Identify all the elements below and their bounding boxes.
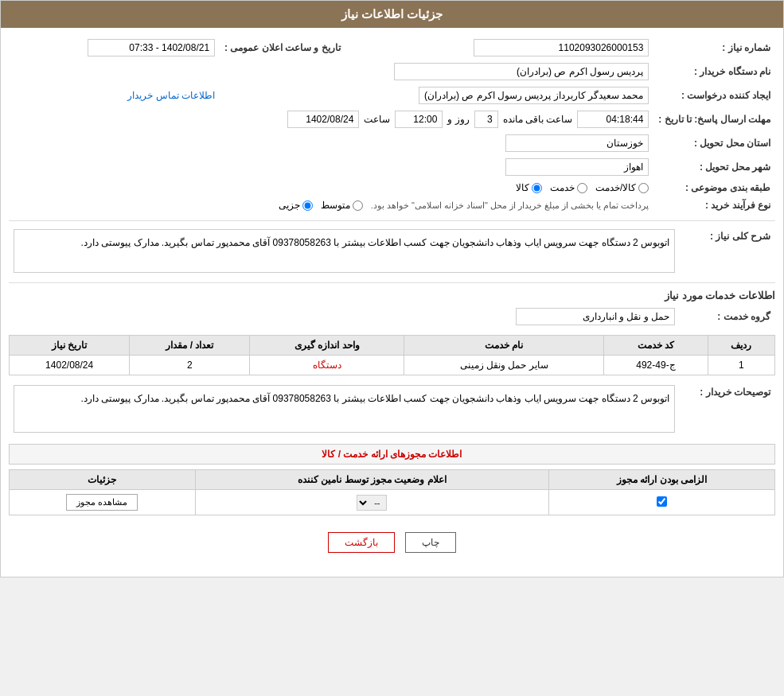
license-status-cell[interactable]: -- — [195, 490, 549, 515]
reply-deadline-label: مهلت ارسال پاسخ: تا تاریخ : — [653, 107, 775, 131]
buyer-desc-label: توصیحات خریدار : — [680, 382, 775, 436]
province-field: خوزستان — [505, 134, 649, 152]
creator-label: ایجاد کننده درخواست : — [653, 84, 775, 107]
province-value: خوزستان — [9, 131, 653, 155]
category-kala-khedmat-radio[interactable] — [638, 183, 649, 193]
purchase-jozii-item: جزیی — [279, 200, 313, 211]
category-kala-label: کالا — [516, 182, 529, 193]
category-row: طبقه بندی موضوعی : کالا/خدمت خدمت — [9, 179, 775, 196]
col-date: تاریخ نیاز — [10, 336, 130, 356]
category-khedmat-item: خدمت — [550, 182, 587, 193]
reply-time-field: 12:00 — [395, 111, 443, 128]
license-table-head: الزامی بودن ارائه مجوز اعلام وضعیت مجوز … — [10, 470, 775, 490]
divider-2 — [9, 282, 775, 283]
general-desc-box: اتوبوس 2 دستگاه جهت سرویس ایاب وذهاب دان… — [14, 229, 675, 273]
buyer-desc-value: اتوبوس 2 دستگاه جهت سرویس ایاب وذهاب دان… — [9, 382, 680, 436]
divider-1 — [9, 220, 775, 221]
license-table-row: -- مشاهده مجوز — [10, 490, 775, 515]
category-khedmat-label: خدمت — [550, 182, 575, 193]
reply-deadline-value: 04:18:44 ساعت باقی مانده 3 روز و 12:00 س… — [9, 107, 653, 131]
license-table: الزامی بودن ارائه مجوز اعلام وضعیت مجوز … — [9, 469, 775, 515]
category-kala-radio[interactable] — [532, 183, 542, 193]
license-col-details: جزئیات — [10, 470, 196, 490]
purchase-type-desc: پرداخت تمام یا بخشی از مبلغ خریدار از مح… — [371, 200, 649, 211]
city-field: اهواز — [505, 158, 649, 176]
col-unit: واحد اندازه گیری — [250, 336, 404, 356]
creator-value: محمد سعیدگر کاربرداز پردیس رسول اکرم ص (… — [220, 84, 653, 107]
province-row: استان محل تحویل : خوزستان — [9, 131, 775, 155]
buyer-desc-row: توصیحات خریدار : اتوبوس 2 دستگاه جهت سرو… — [9, 382, 775, 436]
service-row-unit: دستگاه — [250, 356, 404, 375]
purchase-type-label: نوع فرآیند خرید : — [653, 196, 775, 214]
services-table-header-row: ردیف کد خدمت نام خدمت واحد اندازه گیری ت… — [10, 336, 775, 356]
main-info-table: شماره نیاز : 1102093026000153 تاریخ و سا… — [9, 36, 775, 214]
province-label: استان محل تحویل : — [653, 131, 775, 155]
reply-days-label: روز و — [447, 114, 469, 125]
general-desc-row: شرح کلی نیاز : اتوبوس 2 دستگاه جهت سرویس… — [9, 226, 775, 276]
need-number-field: 1102093026000153 — [474, 39, 649, 56]
license-status-select[interactable]: -- — [357, 495, 387, 511]
back-button[interactable]: بازگشت — [328, 532, 395, 553]
service-row-count: 2 — [130, 356, 250, 375]
purchase-jozii-radio[interactable] — [302, 200, 313, 211]
general-desc-table: شرح کلی نیاز : اتوبوس 2 دستگاه جهت سرویس… — [9, 226, 775, 276]
category-kala-khedmat-label: کالا/خدمت — [595, 182, 636, 193]
purchase-mottaset-radio[interactable] — [353, 200, 363, 211]
city-row: شهر محل تحویل : اهواز — [9, 155, 775, 179]
service-group-value: حمل و نقل و انبارداری — [9, 305, 680, 329]
buyer-org-label: نام دستگاه خریدار : — [653, 60, 775, 84]
service-row-num: 1 — [708, 356, 774, 375]
need-number-row: شماره نیاز : 1102093026000153 تاریخ و سا… — [9, 36, 775, 60]
buyer-desc-table: توصیحات خریدار : اتوبوس 2 دستگاه جهت سرو… — [9, 382, 775, 436]
announce-date-label: تاریخ و ساعت اعلان عمومی : — [220, 36, 345, 60]
purchase-mottaset-item: متوسط — [321, 200, 363, 211]
service-group-label: گروه خدمت : — [680, 305, 775, 329]
col-count: تعداد / مقدار — [130, 336, 250, 356]
license-required-checkbox[interactable] — [657, 496, 667, 507]
col-row: ردیف — [708, 336, 774, 356]
general-desc-label: شرح کلی نیاز : — [680, 226, 775, 276]
license-section-title: اطلاعات مجوزهای ارائه خدمت / کالا — [322, 449, 462, 460]
col-code: کد خدمت — [604, 336, 708, 356]
creator-row: ایجاد کننده درخواست : محمد سعیدگر کاربرد… — [9, 84, 775, 107]
category-khedmat-radio[interactable] — [577, 183, 587, 193]
creator-field: محمد سعیدگر کاربرداز پردیس رسول اکرم ص (… — [419, 87, 649, 104]
col-name: نام خدمت — [404, 336, 604, 356]
service-group-row: گروه خدمت : حمل و نقل و انبارداری — [9, 305, 775, 329]
general-desc-value: اتوبوس 2 دستگاه جهت سرویس ایاب وذهاب دان… — [9, 226, 680, 276]
content-area: شماره نیاز : 1102093026000153 تاریخ و سا… — [1, 28, 783, 577]
purchase-jozii-label: جزیی — [279, 200, 300, 211]
buyer-desc-box: اتوبوس 2 دستگاه جهت سرویس ایاب وذهاب دان… — [14, 385, 675, 433]
page-header: جزئیات اطلاعات نیاز — [1, 1, 783, 28]
reply-days-field: 3 — [474, 111, 498, 128]
purchase-mottaset-label: متوسط — [321, 200, 350, 211]
purchase-type-row: نوع فرآیند خرید : پرداخت تمام یا بخشی از… — [9, 196, 775, 214]
contact-link[interactable]: اطلاعات تماس خریدار — [127, 90, 215, 101]
reply-time-label: ساعت — [364, 114, 390, 125]
category-label: طبقه بندی موضوعی : — [653, 179, 775, 196]
city-label: شهر محل تحویل : — [653, 155, 775, 179]
city-value: اهواز — [9, 155, 653, 179]
services-table: ردیف کد خدمت نام خدمت واحد اندازه گیری ت… — [9, 335, 775, 375]
view-license-button[interactable]: مشاهده مجوز — [66, 494, 138, 511]
service-row-date: 1402/08/24 — [10, 356, 130, 375]
services-section-title: اطلاعات خدمات مورد نیاز — [9, 290, 775, 301]
reply-deadline-row: مهلت ارسال پاسخ: تا تاریخ : 04:18:44 ساع… — [9, 107, 775, 131]
need-number-label: شماره نیاز : — [653, 36, 775, 60]
buyer-org-row: نام دستگاه خریدار : پردیس رسول اکرم ص (ب… — [9, 60, 775, 84]
license-col-status: اعلام وضعیت مجوز توسط نامین کننده — [195, 470, 549, 490]
category-kala-khedmat-item: کالا/خدمت — [595, 182, 649, 193]
contact-link-cell[interactable]: اطلاعات تماس خریدار — [9, 84, 220, 107]
need-number-value: 1102093026000153 — [369, 36, 654, 60]
license-section-header: اطلاعات مجوزهای ارائه خدمت / کالا — [9, 444, 775, 465]
license-required-cell — [549, 490, 775, 515]
reply-remaining-field: 04:18:44 — [577, 111, 649, 128]
announce-date-field: 1402/08/21 - 07:33 — [88, 39, 215, 56]
page-title: جزئیات اطلاعات نیاز — [341, 7, 443, 21]
service-table-row: 1 ج-49-492 سایر حمل ونقل زمینی دستگاه 2 … — [10, 356, 775, 375]
license-header-row: الزامی بودن ارائه مجوز اعلام وضعیت مجوز … — [10, 470, 775, 490]
reply-date-field: 1402/08/24 — [287, 111, 359, 128]
print-button[interactable]: چاپ — [405, 532, 456, 553]
page-wrapper: جزئیات اطلاعات نیاز شماره نیاز : 1102093… — [0, 0, 784, 577]
purchase-type-value: پرداخت تمام یا بخشی از مبلغ خریدار از مح… — [9, 196, 653, 214]
